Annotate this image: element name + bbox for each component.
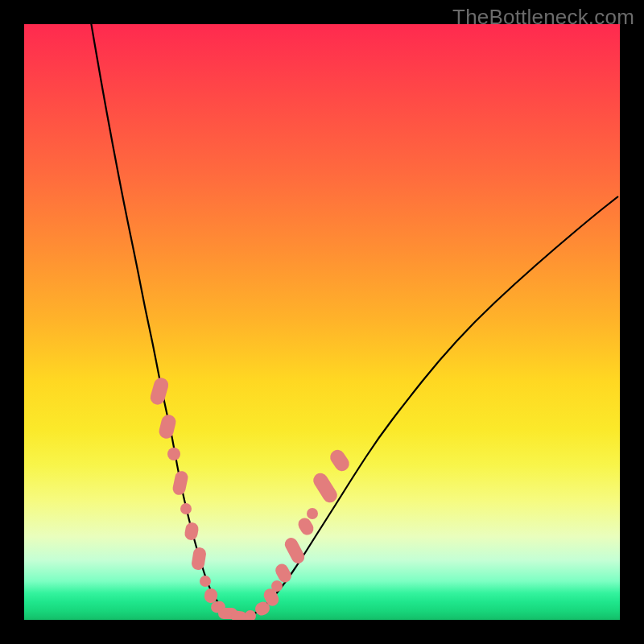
bead	[158, 413, 178, 440]
bead	[245, 610, 256, 620]
bead	[283, 535, 307, 566]
bead	[149, 376, 171, 407]
chart-frame	[24, 24, 620, 620]
bead	[184, 522, 200, 541]
bead	[200, 576, 211, 587]
bead	[191, 547, 207, 571]
bead	[307, 508, 318, 519]
bead	[167, 448, 180, 460]
bead	[180, 503, 192, 514]
bead-cluster	[24, 24, 620, 620]
bead	[171, 470, 189, 497]
bead	[311, 470, 340, 505]
bead	[271, 580, 283, 592]
bead	[328, 447, 353, 473]
